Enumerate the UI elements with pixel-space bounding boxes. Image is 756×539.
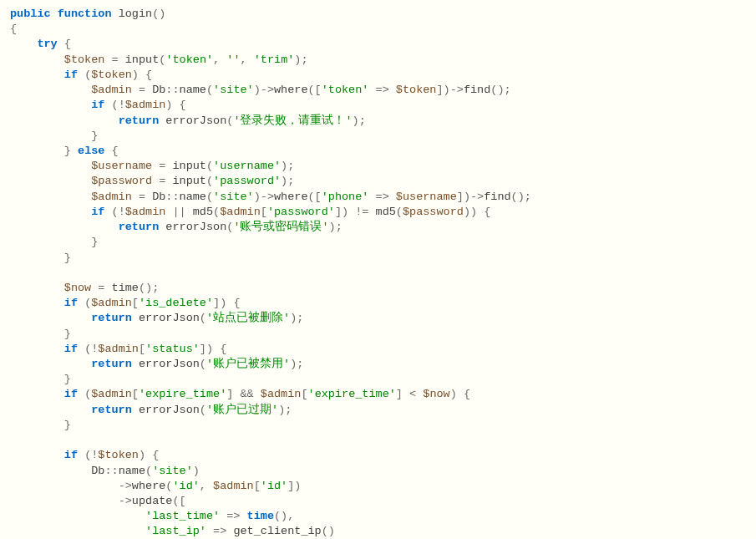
keyword-try: try — [37, 38, 57, 50]
var-token: $token — [64, 53, 105, 66]
fn-name: login — [119, 8, 153, 20]
code-block: public function login() { try { $token =… — [10, 7, 746, 539]
keyword-public-function: public function — [10, 8, 112, 20]
